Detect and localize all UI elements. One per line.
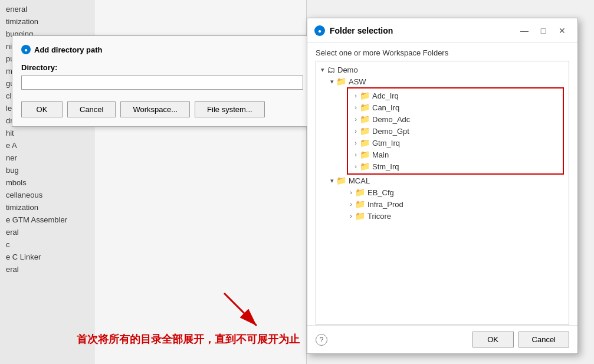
sidebar-item-eral[interactable]: eral xyxy=(0,226,94,238)
red-arrow-icon xyxy=(212,287,271,335)
file-system-button[interactable]: File system... xyxy=(195,101,265,117)
mcal-label: MCAL xyxy=(349,176,370,185)
sidebar-item-mbols[interactable]: mbols xyxy=(0,176,94,189)
demo-adc-label: Demo_Adc xyxy=(372,115,410,124)
infra-prod-toggle: › xyxy=(347,201,355,208)
add-dir-icon: ● xyxy=(21,45,31,54)
sidebar-item-ner[interactable]: ner xyxy=(0,152,94,164)
close-button[interactable]: ✕ xyxy=(554,24,570,37)
sidebar-item-c-linker[interactable]: e C Linker xyxy=(0,251,94,263)
asw-folder-icon: 📁 xyxy=(336,77,346,86)
titlebar-controls: — □ ✕ xyxy=(516,24,570,37)
demo-label: Demo xyxy=(337,65,358,74)
folder-dialog-icon: ● xyxy=(314,25,325,36)
tree-item-eb-cfg[interactable]: › 📁 EB_Cfg xyxy=(316,186,569,198)
tricore-icon: 📁 xyxy=(355,211,365,221)
svg-line-1 xyxy=(224,293,257,326)
sidebar-item-optimization[interactable]: timization xyxy=(0,15,94,28)
add-directory-dialog: ● Add directory path Directory: OK Cance… xyxy=(12,35,313,127)
folder-dialog-footer: ? OK Cancel xyxy=(307,325,577,353)
sidebar-item-cellaneous[interactable]: cellaneous xyxy=(0,189,94,201)
infra-prod-icon: 📁 xyxy=(355,199,365,209)
gtm-irq-icon: 📁 xyxy=(360,138,370,147)
tree-item-demo[interactable]: ▾ 🗂 Demo xyxy=(316,64,569,76)
directory-input[interactable] xyxy=(21,76,303,90)
tree-item-mcal[interactable]: ▾ 📁 MCAL xyxy=(316,175,569,186)
demo-toggle: ▾ xyxy=(319,66,327,74)
sidebar-item-hit[interactable]: hit xyxy=(0,127,94,139)
ok-button[interactable]: OK xyxy=(21,101,63,117)
help-icon[interactable]: ? xyxy=(316,334,327,346)
asw-children-highlight: › 📁 Adc_Irq › 📁 Can_Irq › 📁 Demo_Adc › 📁… xyxy=(347,87,564,175)
adc-irq-label: Adc_Irq xyxy=(372,91,399,100)
folder-dialog-titlebar: ● Folder selection — □ ✕ xyxy=(307,18,577,42)
mcal-toggle: ▾ xyxy=(328,177,336,185)
mcal-folder-icon: 📁 xyxy=(336,176,346,185)
footer-buttons: OK Cancel xyxy=(472,332,569,347)
gtm-irq-label: Gtm_Irq xyxy=(372,139,400,147)
infra-prod-label: Infra_Prod xyxy=(367,200,403,209)
stm-irq-icon: 📁 xyxy=(360,162,370,171)
main-toggle: › xyxy=(352,151,360,158)
tree-item-adc-irq[interactable]: › 📁 Adc_Irq xyxy=(348,90,563,101)
folder-tree-area[interactable]: ▾ 🗂 Demo ▾ 📁 ASW › 📁 Adc_Irq › 📁 Can_Irq… xyxy=(316,61,569,325)
dialog-buttons: OK Cancel Workspace... File system... xyxy=(21,101,303,117)
can-irq-icon: 📁 xyxy=(360,103,370,112)
demo-gpt-toggle: › xyxy=(352,127,360,135)
adc-irq-icon: 📁 xyxy=(360,91,370,100)
footer-cancel-button[interactable]: Cancel xyxy=(518,332,569,347)
add-dir-title-text: Add directory path xyxy=(34,45,103,54)
sidebar-item-e-a[interactable]: e A xyxy=(0,139,94,152)
gtm-irq-toggle: › xyxy=(352,139,360,146)
tricore-label: Tricore xyxy=(367,212,391,221)
can-irq-toggle: › xyxy=(352,104,360,111)
tree-item-stm-irq[interactable]: › 📁 Stm_Irq xyxy=(348,160,563,172)
folder-dialog-subtitle: Select one or more Workspace Folders xyxy=(307,42,577,61)
sidebar-item-general[interactable]: eneral xyxy=(0,3,94,15)
tree-item-demo-adc[interactable]: › 📁 Demo_Adc xyxy=(348,113,563,125)
main-label: Main xyxy=(372,150,389,159)
footer-ok-button[interactable]: OK xyxy=(472,332,514,347)
adc-irq-toggle: › xyxy=(352,92,360,99)
folder-selection-dialog: ● Folder selection — □ ✕ Select one or m… xyxy=(307,18,578,354)
tree-item-gtm-irq[interactable]: › 📁 Gtm_Irq xyxy=(348,137,563,149)
tree-item-tricore[interactable]: › 📁 Tricore xyxy=(316,210,569,222)
demo-adc-toggle: › xyxy=(352,116,360,123)
demo-adc-icon: 📁 xyxy=(360,114,370,124)
minimize-button[interactable]: — xyxy=(516,24,533,37)
sidebar-item-gtm[interactable]: e GTM Assembler xyxy=(0,214,94,226)
tree-item-asw[interactable]: ▾ 📁 ASW xyxy=(316,76,569,87)
demo-folder-icon: 🗂 xyxy=(327,65,335,74)
add-dir-dialog-title: ● Add directory path xyxy=(21,45,303,54)
eb-cfg-icon: 📁 xyxy=(355,188,365,197)
tree-item-can-irq[interactable]: › 📁 Can_Irq xyxy=(348,101,563,113)
tree-item-infra-prod[interactable]: › 📁 Infra_Prod xyxy=(316,198,569,210)
tricore-toggle: › xyxy=(347,212,355,219)
sidebar-item-eral2[interactable]: eral xyxy=(0,263,94,276)
asw-toggle: ▾ xyxy=(328,78,336,86)
workspace-button[interactable]: Workspace... xyxy=(120,101,190,117)
sidebar-item-timization2[interactable]: timization xyxy=(0,201,94,214)
can-irq-label: Can_Irq xyxy=(372,103,399,112)
demo-gpt-label: Demo_Gpt xyxy=(372,127,409,136)
tree-item-main[interactable]: › 📁 Main xyxy=(348,149,563,160)
eb-cfg-toggle: › xyxy=(347,189,355,196)
main-icon: 📁 xyxy=(360,150,370,159)
folder-dialog-title: ● Folder selection xyxy=(314,25,393,36)
asw-label: ASW xyxy=(349,77,366,86)
cancel-button[interactable]: Cancel xyxy=(67,101,116,117)
eb-cfg-label: EB_Cfg xyxy=(367,188,394,197)
sidebar-item-c[interactable]: c xyxy=(0,238,94,251)
tree-item-demo-gpt[interactable]: › 📁 Demo_Gpt xyxy=(348,125,563,137)
directory-label: Directory: xyxy=(21,63,303,72)
stm-irq-label: Stm_Irq xyxy=(372,162,399,171)
maximize-button[interactable]: □ xyxy=(535,24,552,37)
stm-irq-toggle: › xyxy=(352,163,360,170)
demo-gpt-icon: 📁 xyxy=(360,126,370,136)
sidebar-item-bug[interactable]: bug xyxy=(0,164,94,176)
folder-dialog-title-text: Folder selection xyxy=(330,26,393,35)
